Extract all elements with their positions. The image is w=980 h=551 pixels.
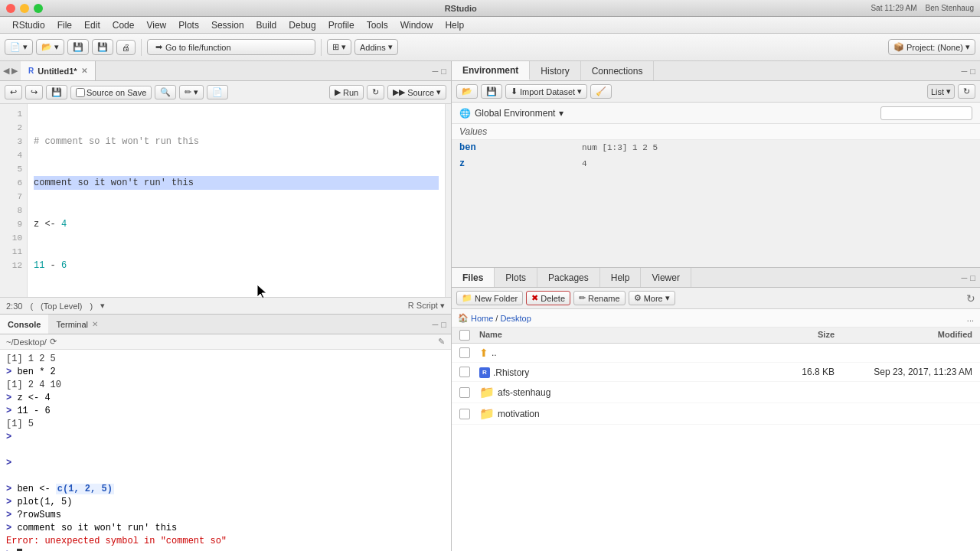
list-view-btn[interactable]: List ▾ xyxy=(927,84,955,99)
scope-dropdown-icon[interactable]: ▾ xyxy=(100,301,105,311)
console-tab[interactable]: Console xyxy=(0,315,48,334)
menu-rstudio[interactable]: RStudio xyxy=(6,18,51,32)
editor-nav-back[interactable]: ◀ ▶ xyxy=(0,61,21,80)
rhistory-content: R .Rhistory xyxy=(479,367,529,378)
files-more-options[interactable]: ... xyxy=(967,314,974,323)
menu-view[interactable]: View xyxy=(140,18,172,32)
save-all-btn[interactable]: 💾 xyxy=(92,39,113,55)
code-tools-btn[interactable]: ✏ ▾ xyxy=(179,85,204,99)
minimize-editor-icon[interactable]: ─ xyxy=(433,67,439,76)
editor-tab-close[interactable]: ✕ xyxy=(81,67,87,75)
files-tab-help[interactable]: Help xyxy=(600,268,642,287)
menu-plots[interactable]: Plots xyxy=(172,18,205,32)
refresh-env-btn[interactable]: ↻ xyxy=(958,84,975,99)
terminal-tab-close[interactable]: ✕ xyxy=(92,320,98,328)
menu-file[interactable]: File xyxy=(51,18,78,32)
console-path-icon[interactable]: ⟳ xyxy=(50,337,57,347)
env-row-z[interactable]: z 4 xyxy=(452,156,980,172)
file-row-parent[interactable]: ⬆ .. xyxy=(452,344,980,363)
afs-checkbox[interactable] xyxy=(459,387,470,398)
maximize-env-icon[interactable]: □ xyxy=(970,67,975,76)
afs-folder-icon: 📁 xyxy=(479,385,495,399)
files-tab-files[interactable]: Files xyxy=(452,268,495,287)
load-workspace-btn[interactable]: 📂 xyxy=(456,84,478,99)
files-breadcrumb: 🏠 Home / Desktop ... xyxy=(452,309,980,328)
minimize-files-icon[interactable]: ─ xyxy=(962,273,968,282)
mac-window-controls[interactable] xyxy=(6,4,43,13)
print-btn[interactable]: 🖨 xyxy=(116,40,136,55)
project-btn[interactable]: 📦 Project: (None) ▾ xyxy=(888,39,975,55)
motivation-checkbox[interactable] xyxy=(459,409,470,419)
close-btn[interactable] xyxy=(6,4,15,13)
search-btn[interactable]: 🔍 xyxy=(155,85,176,99)
menu-help[interactable]: Help xyxy=(439,18,470,32)
source-on-save-btn[interactable]: Source on Save xyxy=(70,86,152,99)
files-refresh-btn[interactable]: ↻ xyxy=(966,292,975,305)
files-tab-viewer[interactable]: Viewer xyxy=(641,268,691,287)
menu-build[interactable]: Build xyxy=(250,18,283,32)
env-tab-history[interactable]: History xyxy=(530,61,580,80)
minimize-console-icon[interactable]: ─ xyxy=(433,320,439,329)
breadcrumb-home[interactable]: Home xyxy=(471,314,493,323)
new-folder-btn[interactable]: 📁 New Folder xyxy=(456,291,523,305)
file-row-motivation[interactable]: 📁 motivation xyxy=(452,403,980,425)
rename-btn[interactable]: ✏ Rename xyxy=(573,291,626,305)
global-env-selector[interactable]: 🌐 Global Environment ▾ xyxy=(452,103,980,124)
save-btn[interactable]: 💾 xyxy=(67,39,89,55)
check-all-col[interactable] xyxy=(459,330,479,341)
console-clear-icon[interactable]: ✎ xyxy=(438,337,445,347)
grid-btn[interactable]: ⊞ ▾ xyxy=(327,39,351,55)
minimize-env-icon[interactable]: ─ xyxy=(962,67,968,76)
maximize-editor-icon[interactable]: □ xyxy=(441,67,446,76)
menu-code[interactable]: Code xyxy=(106,18,141,32)
source-btn[interactable]: ▶▶ Source ▾ xyxy=(387,85,446,99)
re-run-btn[interactable]: ↻ xyxy=(367,85,384,99)
new-file-btn[interactable]: 📄 ▾ xyxy=(5,39,33,55)
compile-btn[interactable]: 📄 xyxy=(207,85,228,99)
save-file-btn[interactable]: 💾 xyxy=(46,85,67,99)
env-search-input[interactable] xyxy=(880,106,972,120)
save-workspace-btn[interactable]: 💾 xyxy=(481,84,502,99)
terminal-tab[interactable]: Terminal ✕ xyxy=(48,315,106,334)
parent-checkbox[interactable] xyxy=(459,347,470,358)
code-content[interactable]: # comment so it won't run this comment s… xyxy=(28,104,445,297)
source-on-save-checkbox[interactable] xyxy=(76,88,85,97)
delete-btn[interactable]: ✖ Delete xyxy=(526,291,570,305)
clear-workspace-btn[interactable]: 🧹 xyxy=(590,84,612,99)
menu-tools[interactable]: Tools xyxy=(361,18,394,32)
menu-profile[interactable]: Profile xyxy=(322,18,361,32)
env-row-ben[interactable]: ben num [1:3] 1 2 5 xyxy=(452,140,980,156)
open-file-btn[interactable]: 📂 ▾ xyxy=(36,39,64,55)
run-btn[interactable]: ▶ Run xyxy=(329,85,364,99)
file-row-afs-stenhaug[interactable]: 📁 afs-stenhaug xyxy=(452,382,980,403)
console-output[interactable]: [1] 1 2 5 > ben * 2 [1] 2 4 10 > z <- 4 … xyxy=(0,350,451,551)
scope-level[interactable]: (Top Level) xyxy=(41,302,82,311)
rhistory-checkbox[interactable] xyxy=(459,367,470,377)
check-all-checkbox[interactable] xyxy=(459,330,470,341)
env-tab-connections[interactable]: Connections xyxy=(581,61,655,80)
files-tab-plots[interactable]: Plots xyxy=(495,268,537,287)
file-type-indicator[interactable]: R Script ▾ xyxy=(408,301,445,311)
editor-tab-untitled1[interactable]: R Untitled1* ✕ xyxy=(21,61,96,80)
menu-edit[interactable]: Edit xyxy=(78,18,106,32)
minimize-btn[interactable] xyxy=(20,4,29,13)
code-editor[interactable]: 123456 789101112 # comment so it won't r… xyxy=(0,104,451,297)
maximize-btn[interactable] xyxy=(34,4,43,13)
env-tab-environment[interactable]: Environment xyxy=(452,61,530,80)
files-tab-packages[interactable]: Packages xyxy=(537,268,600,287)
more-btn[interactable]: ⚙ More ▾ xyxy=(629,291,675,305)
menu-session[interactable]: Session xyxy=(205,18,250,32)
go-to-file-btn[interactable]: ➡ Go to file/function xyxy=(147,39,315,55)
maximize-console-icon[interactable]: □ xyxy=(441,320,446,329)
menu-debug[interactable]: Debug xyxy=(283,18,322,32)
breadcrumb-desktop[interactable]: Desktop xyxy=(500,314,531,323)
file-row-rhistory[interactable]: R .Rhistory 16.8 KB Sep 23, 2017, 11:23 … xyxy=(452,363,980,382)
addins-btn[interactable]: Addins ▾ xyxy=(354,39,398,55)
import-dataset-btn[interactable]: ⬇ Import Dataset ▾ xyxy=(505,84,587,99)
menu-window[interactable]: Window xyxy=(394,18,439,32)
undo-btn[interactable]: ↩ xyxy=(5,85,22,99)
redo-btn[interactable]: ↪ xyxy=(25,85,43,99)
editor-scrollbar[interactable] xyxy=(445,104,451,297)
files-tabbar: Files Plots Packages Help Viewer ─ □ xyxy=(452,268,980,288)
maximize-files-icon[interactable]: □ xyxy=(970,273,975,282)
